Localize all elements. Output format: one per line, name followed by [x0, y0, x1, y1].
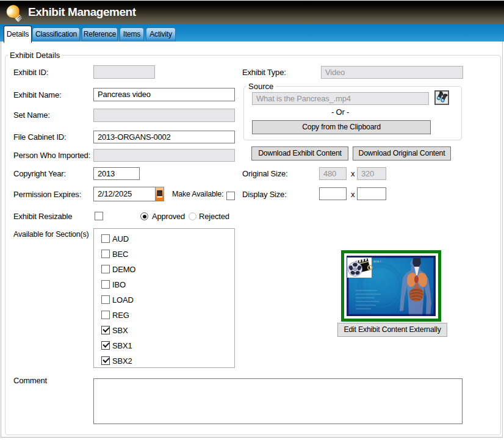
svg-text:ana t: ana t [373, 259, 381, 263]
